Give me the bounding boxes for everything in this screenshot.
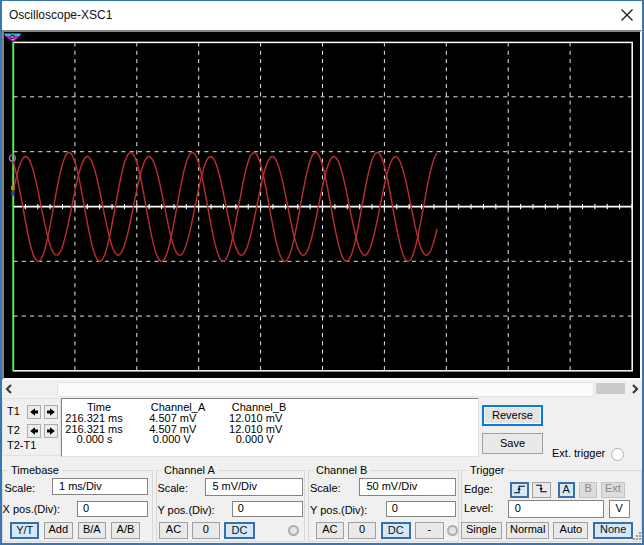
svg-text:5: 5 bbox=[11, 35, 14, 41]
